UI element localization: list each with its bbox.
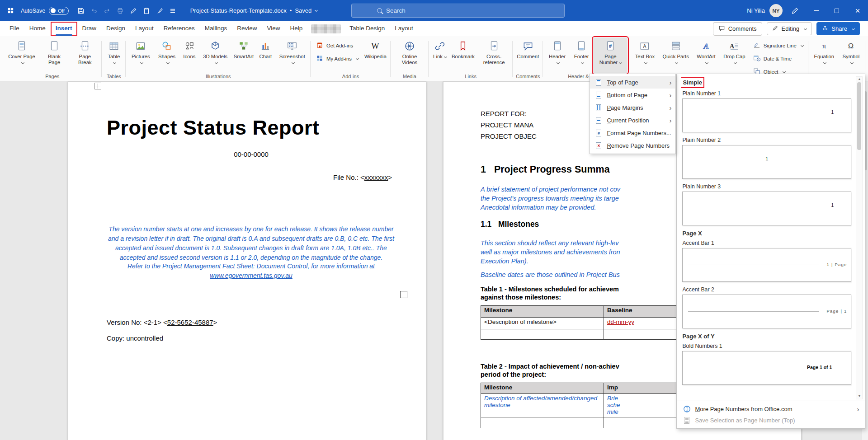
maximize-button[interactable] (826, 0, 847, 21)
gallery-item-accent-bar-1[interactable]: 1 | Page (682, 248, 851, 282)
ribbon-button-3d-models[interactable]: 3D Models (199, 37, 231, 73)
tab-table-design-contextual[interactable]: Table Design (344, 22, 390, 36)
online-videos-icon (404, 39, 415, 53)
tab-layout-contextual[interactable]: Layout (390, 22, 418, 36)
ribbon-button-cross-reference[interactable]: Cross-reference (477, 37, 511, 73)
share-button[interactable]: Share (816, 22, 860, 35)
gallery-section-header-page-x: Page X (682, 230, 852, 237)
project-objective-label: PROJECT OBJEC (481, 132, 537, 140)
table-move-handle-icon[interactable] (94, 83, 101, 89)
scrollbar-thumb[interactable] (857, 82, 861, 150)
gallery-item-plain-number-1[interactable]: 1 (682, 98, 851, 132)
scroll-down-icon[interactable] (858, 394, 861, 398)
minimize-button[interactable] (806, 0, 826, 21)
gallery-item-plain-number-3[interactable]: 1 (682, 192, 851, 225)
ribbon-button-my-add-ins[interactable]: My Add-ins (312, 53, 362, 65)
gallery-scrollbar[interactable] (856, 76, 863, 399)
ribbon-button-shapes[interactable]: Shapes (154, 37, 179, 73)
ribbon-button-wikipedia[interactable]: WWikipedia (362, 37, 389, 73)
undo-button[interactable] (88, 5, 100, 17)
avatar[interactable]: NY (769, 4, 783, 17)
format-brush-button[interactable] (154, 5, 165, 17)
ribbon-group-label-comments: Comments (514, 73, 541, 81)
ribbon-button-symbol[interactable]: ΩSymbol (839, 37, 863, 73)
ribbon-button-link[interactable]: Link (430, 37, 449, 73)
menu-current-position-icon (594, 117, 603, 124)
editing-button[interactable]: Editing (767, 22, 812, 35)
autosave-toggle[interactable]: Off (49, 7, 68, 15)
document-title[interactable]: Project-Status-Report-Template.docx • Sa… (190, 7, 318, 14)
editor-pen-button[interactable] (127, 5, 139, 17)
ribbon-button-online-videos[interactable]: Online Videos (392, 37, 427, 73)
tab-home[interactable]: Home (24, 22, 51, 36)
ribbon-button-page-break[interactable]: Page Break (70, 37, 100, 73)
ribbon-button-drop-cap[interactable]: ADrop Cap (720, 37, 749, 78)
page-number-icon: # (604, 39, 616, 53)
ink-pen-icon[interactable] (789, 5, 801, 17)
scroll-up-icon[interactable] (858, 77, 861, 81)
svg-text:A: A (730, 42, 735, 50)
chevron-down-icon (675, 61, 678, 64)
ribbon-button-screenshot[interactable]: Screenshot (275, 37, 309, 73)
ribbon-button-blank-page[interactable]: Blank Page (39, 37, 69, 73)
search-input[interactable]: Search (351, 4, 565, 18)
tab-references[interactable]: References (159, 22, 200, 36)
ribbon-group-label-illustrations: Illustrations (127, 73, 309, 81)
tab-layout[interactable]: Layout (130, 22, 159, 36)
close-button[interactable] (847, 0, 868, 21)
drop-cap-icon: A (728, 39, 740, 53)
menu-item-remove-page-numbers[interactable]: ×Remove Page Numbers (590, 139, 675, 152)
tab-review[interactable]: Review (232, 22, 262, 36)
tab-insert[interactable]: Insert (51, 22, 77, 36)
ribbon-button-chart[interactable]: Chart (256, 37, 275, 73)
ribbon-button-pictures[interactable]: Pictures (127, 37, 154, 73)
ribbon-button-page-number[interactable]: #Page NumberTop of PageBottom of PagePag… (593, 37, 627, 73)
tab-help[interactable]: Help (285, 22, 308, 36)
ribbon-button-wordart[interactable]: AWordArt (693, 37, 719, 78)
ribbon-button-text-box[interactable]: AText Box (631, 37, 658, 78)
redo-button[interactable] (101, 5, 113, 17)
ribbon-button-quick-parts[interactable]: Quick Parts (659, 37, 692, 78)
share-label: Share (831, 25, 847, 32)
menu-item-top-of-page[interactable]: Top of Page (590, 76, 675, 89)
ribbon-button-smartart[interactable]: SmartArt (231, 37, 255, 73)
gallery-item-plain-number-2[interactable]: 1 (682, 145, 851, 179)
comments-button[interactable]: Comments (713, 22, 762, 36)
doc-heading-title: Project Status Report (107, 116, 320, 140)
doc-refer-note: Refer to the Project Management Fact She… (105, 262, 397, 281)
gallery-footer-more-page-numbers-from-office-com[interactable]: More Page Numbers from Office.com (677, 403, 865, 415)
clipboard-button[interactable] (141, 5, 152, 17)
word-app-icon[interactable] (5, 7, 16, 14)
ribbon-button-equation[interactable]: πEquation (810, 37, 838, 73)
ribbon-button-signature-line[interactable]: Signature Line (750, 40, 807, 51)
save-button[interactable] (75, 5, 87, 17)
tab-draw[interactable]: Draw (77, 22, 102, 36)
empty-checkbox[interactable] (400, 291, 407, 298)
comments-icon (718, 25, 725, 33)
tab-mailings[interactable]: Mailings (200, 22, 232, 36)
menu-item-format-page-numbers[interactable]: #Format Page Numbers... (590, 126, 675, 139)
customize-toolbar-menu-icon[interactable] (167, 5, 179, 17)
ribbon-button-table[interactable]: Table (104, 37, 124, 73)
menu-item-page-margins[interactable]: Page Margins (590, 101, 675, 114)
tab-file[interactable]: File (5, 22, 24, 36)
print-button[interactable] (114, 5, 126, 17)
ribbon-button-bookmark[interactable]: Bookmark (450, 37, 476, 73)
ribbon-button-get-add-ins[interactable]: Get Add-ins (312, 40, 362, 51)
tab-blurred[interactable] (311, 24, 341, 33)
ribbon-button-header[interactable]: Header (545, 37, 570, 73)
gallery-item-bold-numbers-1[interactable]: Page 1 of 1 (682, 351, 851, 385)
menu-item-bottom-of-page[interactable]: Bottom of Page (590, 89, 675, 101)
menu-format-page-numbers-icon: # (594, 130, 603, 136)
ribbon-button-comment[interactable]: Comment (514, 37, 541, 73)
ribbon-button-date-time[interactable]: Date & Time (750, 53, 807, 65)
ribbon-tabs: FileHomeInsertDrawDesignLayoutReferences… (5, 21, 418, 36)
gallery-item-accent-bar-2[interactable]: Page | 1 (682, 295, 851, 328)
ribbon-button-cover-page[interactable]: Cover Page (5, 37, 39, 73)
menu-item-current-position[interactable]: Current Position (590, 114, 675, 126)
ribbon-button-footer[interactable]: Footer (570, 37, 593, 73)
document-page-1[interactable]: Project Status Report 00-00-0000 File No… (68, 81, 426, 440)
tab-view[interactable]: View (262, 22, 285, 36)
ribbon-button-icons[interactable]: Icons (180, 37, 199, 73)
tab-design[interactable]: Design (101, 22, 130, 36)
